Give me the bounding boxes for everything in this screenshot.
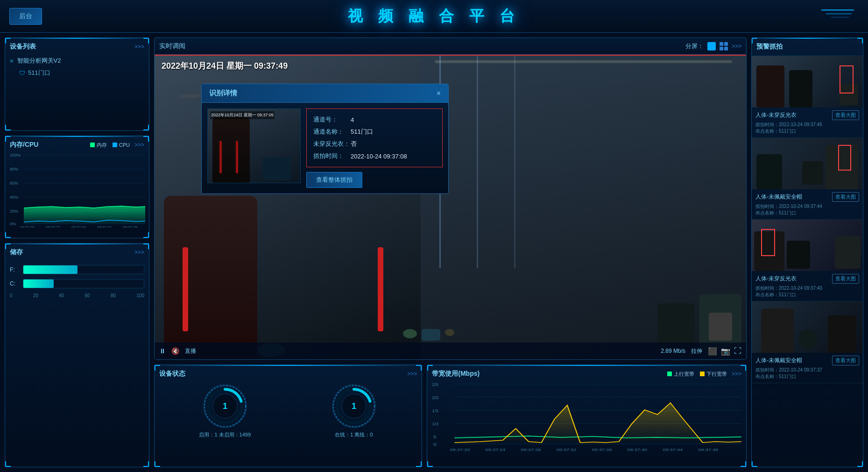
cam-right bbox=[421, 56, 746, 359]
storage-f-bar bbox=[23, 265, 144, 274]
alert-item-4: 人体-未佩戴安全帽 查看大图 抓拍时间：2022-10-24 09:37:37 … bbox=[752, 301, 863, 383]
svg-text:09:37:32: 09:37:32 bbox=[557, 448, 577, 452]
svg-text:09:37:48: 09:37:48 bbox=[123, 225, 138, 228]
view-all-captures-btn[interactable]: 查看整体抓拍 bbox=[306, 172, 362, 188]
svg-text:80%: 80% bbox=[10, 167, 18, 172]
speed-display: 2.89 Mb/s bbox=[661, 348, 685, 354]
alert-thumb-4 bbox=[752, 301, 863, 353]
modal-close-btn[interactable]: × bbox=[437, 89, 441, 98]
modal-thumb-timestamp: 2022年10月24日 星期一 09:37:05 bbox=[210, 111, 275, 119]
mem-cpu-title: 内存/CPU bbox=[10, 141, 38, 149]
svg-text:09:37:20: 09:37:20 bbox=[450, 448, 470, 452]
header: 后台 视 频 融 合 平 台 bbox=[0, 0, 868, 33]
page-title: 视 频 融 合 平 台 bbox=[348, 6, 520, 27]
alert-view-btn-3[interactable]: 查看大图 bbox=[832, 274, 859, 284]
bandwidth-legend: 上行宽带 下行宽带 bbox=[667, 371, 727, 378]
storage-more[interactable]: >>> bbox=[134, 249, 144, 256]
svg-text:10: 10 bbox=[432, 422, 438, 426]
alert-thumb-2 bbox=[752, 138, 863, 189]
device-gateway[interactable]: ≡ 智能分析网关V2 bbox=[10, 55, 144, 67]
svg-text:0: 0 bbox=[433, 442, 437, 447]
bandwidth-panel: 带宽使用(Mbps) 上行宽带 下行宽带 >>> bbox=[427, 365, 747, 467]
alert-type-2: 人体-未佩戴安全帽 bbox=[755, 193, 802, 201]
stretch-label[interactable]: 拉伸 bbox=[691, 347, 702, 355]
alert-info-4: 人体-未佩戴安全帽 查看大图 抓拍时间：2022-10-24 09:37:37 … bbox=[752, 353, 863, 383]
storage-f-label: F: bbox=[10, 266, 19, 273]
svg-text:09:37:24: 09:37:24 bbox=[486, 448, 506, 452]
alert-info-1: 人体-未穿反光衣 查看大图 抓拍时间：2022-10-24 09:37:45 布… bbox=[752, 107, 863, 137]
svg-text:09:37:48: 09:37:48 bbox=[698, 448, 718, 452]
modal-body: 2022年10月24日 星期一 09:37:05 通道号： 4 通道名称： bbox=[202, 103, 448, 193]
storage-header: 储存 >>> bbox=[10, 248, 144, 257]
fullscreen-icon[interactable]: ⛶ bbox=[734, 347, 741, 355]
cpu-color-dot bbox=[113, 143, 117, 147]
svg-text:25: 25 bbox=[432, 382, 438, 387]
split-grid-btn[interactable] bbox=[720, 42, 728, 50]
mute-btn[interactable]: 🔇 bbox=[171, 347, 179, 355]
alert-item-3: 人体-未穿反光衣 查看大图 抓拍时间：2022-10-24 09:37:40 布… bbox=[752, 220, 863, 301]
video-more[interactable]: >>> bbox=[732, 43, 741, 50]
camera-icon[interactable]: 📷 bbox=[721, 347, 730, 356]
gauge-1-svg: 1 bbox=[202, 383, 248, 429]
svg-text:1: 1 bbox=[223, 401, 227, 411]
downstream-label: 下行宽带 bbox=[706, 371, 727, 378]
storage-title: 储存 bbox=[10, 248, 23, 257]
storage-c-label: C: bbox=[10, 280, 19, 287]
alert-type-1: 人体-未穿反光衣 bbox=[755, 111, 797, 119]
modal-info-box: 通道号： 4 通道名称： 511门口 未穿反光衣： 否 bbox=[306, 108, 443, 167]
split-single-btn[interactable] bbox=[707, 42, 716, 50]
alert-header: 预警抓拍 bbox=[752, 38, 863, 56]
legend-mem: 内存 bbox=[90, 142, 107, 149]
device-status-more[interactable]: >>> bbox=[407, 371, 417, 377]
floor-items bbox=[403, 329, 454, 341]
svg-text:0%: 0% bbox=[10, 222, 16, 226]
pause-btn[interactable]: ⏸ bbox=[159, 347, 166, 355]
alert-time-2: 抓拍时间：2022-10-24 09:37:44 bbox=[755, 203, 859, 210]
center-panel: 实时调阅 分屏： >>> 2022年10月24日 星期一 09:37:49 bbox=[154, 37, 747, 467]
alert-title-row-1: 人体-未穿反光衣 查看大图 bbox=[755, 110, 859, 120]
device-list-more[interactable]: >>> bbox=[134, 43, 144, 50]
storage-f-fill bbox=[23, 265, 78, 274]
recognition-modal: 识别详情 × bbox=[201, 84, 449, 194]
alert-location-2: 布点名称：511门口 bbox=[755, 210, 859, 216]
alert-item-1: 人体-未穿反光衣 查看大图 抓拍时间：2022-10-24 09:37:45 布… bbox=[752, 56, 863, 138]
svg-rect-0 bbox=[821, 9, 854, 11]
channel-no-value: 4 bbox=[351, 116, 354, 123]
alert-detection-box-1 bbox=[840, 65, 854, 93]
info-row-channel-name: 通道名称： 511门口 bbox=[313, 126, 436, 138]
svg-text:09:37:41: 09:37:41 bbox=[97, 225, 112, 228]
svg-text:40%: 40% bbox=[10, 195, 18, 200]
storage-c-fill bbox=[23, 279, 54, 288]
alert-view-btn-2[interactable]: 查看大图 bbox=[832, 192, 859, 202]
back-button[interactable]: 后台 bbox=[9, 8, 42, 25]
video-panel: 2022年10月24日 星期一 09:37:49 DXRacer bbox=[155, 55, 746, 359]
screen-icon[interactable]: ⬛ bbox=[708, 347, 717, 356]
device-list-title: 设备列表 bbox=[10, 43, 36, 51]
device-status-header: 设备状态 >>> bbox=[159, 370, 417, 378]
alert-info-2: 人体-未佩戴安全帽 查看大图 抓拍时间：2022-10-24 09:37:44 … bbox=[752, 189, 863, 219]
svg-text:20: 20 bbox=[432, 395, 438, 400]
storage-c-bar bbox=[23, 279, 144, 288]
modal-info: 通道号： 4 通道名称： 511门口 未穿反光衣： 否 bbox=[306, 108, 443, 188]
gauge-2-svg: 1 bbox=[331, 383, 377, 429]
alert-view-btn-1[interactable]: 查看大图 bbox=[832, 110, 859, 120]
svg-text:15: 15 bbox=[432, 408, 438, 413]
mem-cpu-more[interactable]: >>> bbox=[134, 142, 144, 148]
shield-icon: 🛡 bbox=[19, 70, 25, 77]
legend-upstream: 上行宽带 bbox=[667, 371, 694, 378]
device-channel[interactable]: 🛡 511门口 bbox=[10, 67, 144, 79]
mem-cpu-chart: 100% 80% 60% 40% 20% 0% bbox=[10, 153, 144, 228]
live-label: 直播 bbox=[185, 347, 196, 355]
svg-text:20%: 20% bbox=[10, 209, 18, 214]
alert-view-btn-4[interactable]: 查看大图 bbox=[832, 356, 859, 365]
device-status-title: 设备状态 bbox=[159, 370, 185, 378]
channel-name-value: 511门口 bbox=[351, 128, 373, 136]
device-status-panel: 设备状态 >>> bbox=[154, 365, 422, 467]
svg-text:09:37:36: 09:37:36 bbox=[592, 448, 612, 452]
alert-panel: 预警抓拍 人体-未穿反光衣 查看大图 抓拍时间：2022-10-24 09:37… bbox=[751, 37, 863, 467]
channel-name: 511门口 bbox=[28, 69, 50, 77]
downstream-dot bbox=[700, 372, 705, 376]
svg-text:60%: 60% bbox=[10, 181, 18, 186]
alert-thumb-1 bbox=[752, 56, 863, 107]
bandwidth-more[interactable]: >>> bbox=[732, 371, 741, 377]
